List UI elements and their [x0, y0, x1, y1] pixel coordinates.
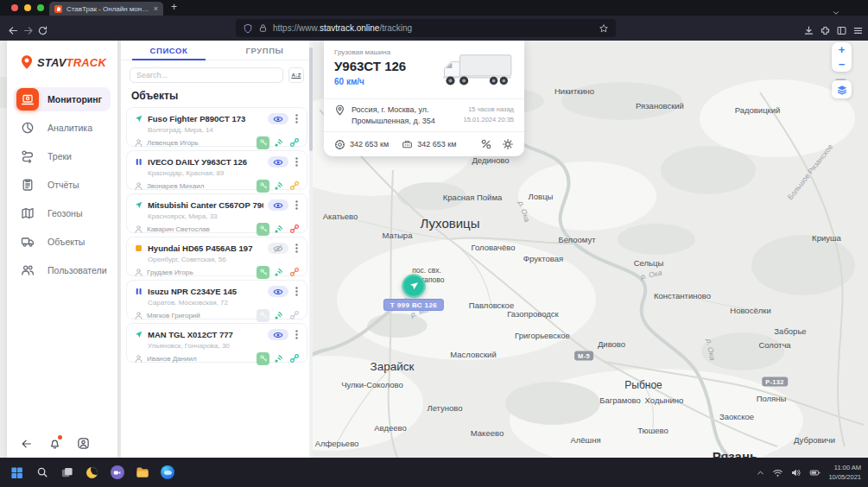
- signal-icon[interactable]: [273, 224, 284, 235]
- back-button[interactable]: [8, 22, 19, 38]
- visibility-eye-button[interactable]: [268, 286, 288, 297]
- extensions-icon[interactable]: [820, 22, 831, 38]
- vehicle-marker-label[interactable]: Т 999 ВС 126: [383, 299, 444, 311]
- map-label: Тюшево: [637, 426, 668, 435]
- ignition-key-icon[interactable]: [257, 266, 269, 279]
- volume-icon[interactable]: [790, 467, 801, 478]
- sidebar-toggle-icon[interactable]: [836, 22, 847, 38]
- tray-chevron-up-icon[interactable]: [756, 468, 765, 478]
- signal-icon[interactable]: [273, 180, 284, 192]
- forward-button[interactable]: [22, 22, 34, 38]
- map-label: Константиново: [654, 291, 711, 300]
- sidebar-nav: Мониторинг Аналитика Треки Отчёты Геозон…: [7, 87, 117, 282]
- vehicle-card[interactable]: Hyundai HD65 Р456АВ 197 Оренбург, Советс…: [126, 237, 307, 276]
- bookmark-star-icon[interactable]: [599, 21, 609, 36]
- window-maximize-button[interactable]: [37, 4, 44, 11]
- taskbar-clock[interactable]: 11:00 AM10/05/2021: [828, 463, 861, 483]
- zoom-out-button[interactable]: −: [832, 57, 852, 72]
- settings-gear-icon[interactable]: [502, 138, 514, 150]
- visibility-eye-button[interactable]: [268, 199, 288, 211]
- map-label: Заокское: [719, 412, 754, 421]
- more-menu-button[interactable]: [293, 114, 300, 123]
- visibility-eye-button[interactable]: [268, 156, 288, 168]
- battery-icon[interactable]: [808, 467, 821, 478]
- reload-button[interactable]: [37, 22, 48, 38]
- vehicle-map-marker[interactable]: [402, 275, 426, 298]
- sidebar-item-geofences[interactable]: Геозоны: [14, 201, 111, 225]
- tab-close-button[interactable]: ×: [154, 5, 158, 13]
- url-bar[interactable]: https://www.stavtrack.online/tracking: [236, 19, 616, 37]
- map-layers-button[interactable]: [832, 80, 852, 98]
- visibility-eye-button[interactable]: [268, 113, 288, 124]
- sort-az-button[interactable]: A↓Z: [288, 67, 304, 83]
- sidebar-item-analytics[interactable]: Аналитика: [14, 116, 111, 140]
- night-mode-app-icon[interactable]: [85, 465, 99, 480]
- connection-icon[interactable]: [289, 267, 300, 277]
- more-menu-button[interactable]: [293, 330, 300, 339]
- menu-hamburger-icon[interactable]: [852, 22, 864, 38]
- window-close-button[interactable]: [11, 4, 18, 11]
- connection-icon[interactable]: [289, 310, 300, 320]
- tab-list[interactable]: СПИСОК: [121, 41, 217, 60]
- map-label: р. Ока: [516, 200, 531, 224]
- signal-icon[interactable]: [273, 267, 284, 278]
- signal-icon[interactable]: [273, 353, 284, 364]
- sidebar-item-tracks[interactable]: Треки: [14, 144, 111, 168]
- driver-icon: [134, 221, 143, 237]
- sidebar-item-reports[interactable]: Отчёты: [14, 173, 111, 197]
- vehicle-name: Hyundai HD65 Р456АВ 197: [148, 244, 263, 253]
- ignition-key-icon[interactable]: [257, 223, 269, 236]
- signal-icon[interactable]: [273, 310, 284, 321]
- new-tab-button[interactable]: +: [171, 1, 177, 13]
- vehicle-card[interactable]: Mitsubishi Canter С567ОР 790 Красноярск,…: [126, 193, 307, 233]
- vehicle-card[interactable]: Isuzu NPR С234УЕ 145 Саратов, Московская…: [126, 280, 307, 319]
- status-stopped-icon: [134, 287, 143, 296]
- ignition-key-off-icon[interactable]: [257, 309, 269, 322]
- map-label: Зарайск: [371, 360, 415, 373]
- browser-tab[interactable]: СтавТрак - Онлайн мониторин ×: [49, 2, 163, 16]
- downloads-icon[interactable]: [803, 22, 814, 38]
- more-menu-button[interactable]: [293, 200, 300, 210]
- sidebar-item-users[interactable]: Пользователи: [14, 258, 111, 282]
- sidebar-item-monitoring[interactable]: Мониторинг: [14, 87, 111, 111]
- lock-icon[interactable]: [258, 23, 268, 33]
- tab-groups[interactable]: ГРУППЫ: [217, 41, 313, 60]
- edge-browser-icon[interactable]: [160, 465, 174, 480]
- visibility-eye-button[interactable]: [268, 329, 288, 340]
- ignition-key-icon[interactable]: [257, 136, 269, 149]
- connection-icon[interactable]: [289, 137, 300, 148]
- connection-icon[interactable]: [289, 353, 300, 364]
- start-button[interactable]: [10, 465, 24, 480]
- ignition-key-icon[interactable]: [257, 352, 269, 365]
- more-menu-button[interactable]: [293, 244, 300, 253]
- parameters-icon[interactable]: [480, 138, 492, 150]
- signal-icon[interactable]: [273, 137, 284, 149]
- vehicle-card[interactable]: Fuso Fighter Р890СТ 173 Волгоград, Мира,…: [126, 107, 307, 147]
- taskbar-search-icon[interactable]: [35, 465, 49, 480]
- ignition-key-icon[interactable]: [257, 180, 269, 193]
- visibility-eye-off-button[interactable]: [268, 243, 288, 254]
- more-menu-button[interactable]: [293, 157, 300, 167]
- file-explorer-icon[interactable]: [135, 465, 149, 480]
- notifications-bell-icon[interactable]: [48, 437, 61, 450]
- panel-scrollbar[interactable]: [309, 41, 313, 458]
- account-icon[interactable]: [77, 437, 90, 450]
- more-menu-button[interactable]: [293, 287, 300, 296]
- connection-icon[interactable]: [289, 224, 300, 234]
- vehicle-card[interactable]: IVECO DAILY У963СТ 126 Краснодар, Красна…: [126, 150, 307, 190]
- task-view-icon[interactable]: [60, 465, 74, 480]
- zoom-in-button[interactable]: +: [832, 42, 852, 57]
- video-chat-app-icon[interactable]: [110, 465, 124, 480]
- scrollbar-thumb[interactable]: [309, 47, 313, 151]
- vehicle-address: Оренбург, Советская, 56: [148, 256, 300, 263]
- search-input[interactable]: [130, 67, 283, 83]
- wifi-icon[interactable]: [772, 467, 783, 478]
- collapse-back-icon[interactable]: [21, 438, 33, 450]
- stavtrack-logo: STAVTRACK: [7, 41, 117, 70]
- tracking-protection-shield-icon[interactable]: [243, 23, 253, 34]
- window-minimize-button[interactable]: [24, 4, 31, 11]
- sidebar-item-objects[interactable]: Объекты: [14, 230, 111, 254]
- vehicle-card[interactable]: MAN TGL Х012СТ 777 Ульяновск, Гончарова,…: [126, 323, 307, 363]
- driver-icon: [134, 351, 143, 366]
- connection-icon[interactable]: [289, 180, 300, 191]
